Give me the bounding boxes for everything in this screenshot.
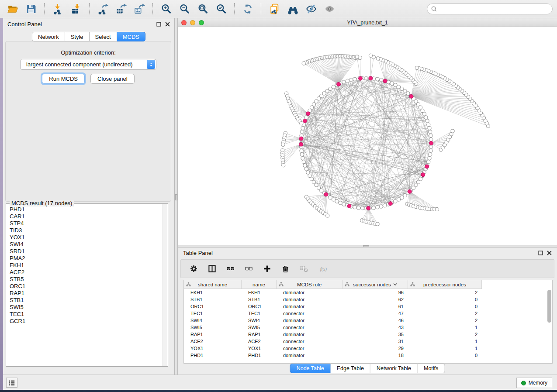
table-cell[interactable]: ORC1	[184, 303, 242, 310]
mcds-result-item[interactable]: STB5	[10, 276, 163, 283]
search-input[interactable]	[439, 6, 549, 12]
zoom-fit-icon[interactable]	[194, 2, 211, 16]
table-cell[interactable]: FKH1	[242, 289, 277, 296]
table-row[interactable]: RAP1RAP1dominator352	[184, 331, 552, 338]
mcds-result-item[interactable]: PHD1	[10, 206, 163, 213]
export-table-icon[interactable]	[113, 2, 129, 16]
tab-edge-table[interactable]: Edge Table	[331, 364, 370, 373]
table-cell[interactable]: 0	[408, 296, 482, 303]
tab-node-table[interactable]: Node Table	[290, 364, 331, 373]
search-network-icon[interactable]	[284, 2, 301, 16]
mcds-result-item[interactable]: ORC1	[10, 283, 163, 290]
table-row[interactable]: PHD1PHD1dominator180	[184, 352, 552, 359]
add-entry-icon[interactable]	[262, 264, 272, 274]
table-cell[interactable]: dominator	[277, 296, 343, 303]
mcds-result-item[interactable]: SWI5	[10, 304, 163, 311]
memory-button[interactable]: Memory	[516, 378, 552, 388]
mcds-result-item[interactable]: SWI4	[10, 241, 163, 248]
hide-graphics-details-icon[interactable]	[303, 2, 319, 16]
table-row[interactable]: ACE2ACE2connector311	[184, 338, 552, 345]
table-cell[interactable]: 0	[408, 352, 482, 359]
mcds-result-item[interactable]: CAR1	[10, 213, 163, 220]
tab-select[interactable]: Select	[90, 32, 117, 41]
save-session-icon[interactable]	[23, 2, 39, 16]
sort-chevron-icon[interactable]	[393, 283, 397, 286]
table-cell[interactable]: RAP1	[242, 331, 277, 338]
mcds-result-item[interactable]: SRD1	[10, 248, 163, 255]
table-cell[interactable]: FKH1	[184, 289, 242, 296]
table-row[interactable]: ORC1ORC1dominator610	[184, 303, 552, 310]
zoom-in-icon[interactable]	[158, 2, 174, 16]
mcds-result-item[interactable]: STP4	[10, 220, 163, 227]
mcds-result-item[interactable]: ACE2	[10, 269, 163, 276]
column-header-shared-name[interactable]: shared name	[184, 280, 242, 289]
mcds-result-item[interactable]: PMA2	[10, 255, 163, 262]
table-cell[interactable]: 61	[343, 303, 408, 310]
table-cell[interactable]: SWI4	[184, 317, 242, 324]
import-network-icon[interactable]	[49, 2, 66, 16]
open-file-icon[interactable]	[4, 2, 21, 16]
table-cell[interactable]: 47	[343, 310, 408, 317]
optimization-criterion-select[interactable]: largest connected component (undirected)	[20, 59, 156, 70]
table-cell[interactable]: PHD1	[242, 352, 277, 359]
tab-network[interactable]: Network	[32, 32, 65, 41]
vertical-splitter[interactable]	[175, 18, 178, 375]
close-panel-icon[interactable]	[165, 22, 170, 27]
mcds-result-item[interactable]: TEC1	[10, 311, 163, 318]
table-cell[interactable]: 31	[343, 338, 408, 345]
network-canvas[interactable]	[178, 27, 557, 245]
table-row[interactable]: TEC1TEC1connector472	[184, 310, 552, 317]
table-cell[interactable]: 2	[408, 317, 482, 324]
table-cell[interactable]: TEC1	[184, 310, 242, 317]
table-cell[interactable]: 1	[408, 338, 482, 345]
table-cell[interactable]: SWI4	[242, 317, 277, 324]
table-row[interactable]: STB1STB1dominator620	[184, 296, 552, 303]
mcds-result-list[interactable]: PHD1CAR1STP4TID3YOX1SWI4SRD1PMA2FKH1ACE2…	[7, 204, 163, 366]
table-cell[interactable]: connector	[277, 345, 343, 352]
table-cell[interactable]: YOX1	[242, 345, 277, 352]
task-history-button[interactable]	[6, 378, 17, 388]
deselect-all-icon[interactable]	[244, 264, 253, 274]
zoom-selected-icon[interactable]	[213, 2, 229, 16]
mcds-result-item[interactable]: STB1	[10, 297, 163, 304]
table-row[interactable]: FKH1FKH1dominator962	[184, 289, 552, 296]
run-mcds-button[interactable]: Run MCDS	[42, 74, 85, 84]
table-cell[interactable]: connector	[277, 338, 343, 345]
column-header-predecessor-nodes[interactable]: predecessor nodes	[408, 280, 482, 289]
table-cell[interactable]: ACE2	[184, 338, 242, 345]
table-cell[interactable]: SWI5	[184, 324, 242, 331]
table-cell[interactable]: dominator	[277, 317, 343, 324]
export-network-icon[interactable]	[94, 2, 111, 16]
table-cell[interactable]: SWI5	[242, 324, 277, 331]
tab-mcds[interactable]: MCDS	[117, 32, 145, 41]
network-graph[interactable]	[178, 27, 557, 245]
network-search-box[interactable]	[427, 3, 553, 14]
table-cell[interactable]: 29	[343, 345, 408, 352]
table-cell[interactable]: 96	[343, 289, 408, 296]
close-panel-button[interactable]: Close panel	[90, 74, 135, 84]
float-table-panel-icon[interactable]	[538, 251, 543, 255]
duplicate-network-icon[interactable]	[266, 2, 283, 16]
table-cell[interactable]: dominator	[277, 303, 343, 310]
table-cell[interactable]: 35	[343, 331, 408, 338]
table-cell[interactable]: RAP1	[184, 331, 242, 338]
table-cell[interactable]: 1	[408, 324, 482, 331]
tab-network-table[interactable]: Network Table	[370, 364, 418, 373]
close-table-panel-icon[interactable]	[547, 251, 552, 255]
table-row[interactable]: YOX1YOX1connector291	[184, 345, 552, 352]
table-cell[interactable]: PHD1	[184, 352, 242, 359]
mcds-result-item[interactable]: YOX1	[10, 234, 163, 241]
tab-style[interactable]: Style	[65, 32, 90, 41]
table-cell[interactable]: 0	[408, 303, 482, 310]
table-cell[interactable]: 62	[343, 296, 408, 303]
table-cell[interactable]: dominator	[277, 331, 343, 338]
table-cell[interactable]: dominator	[277, 289, 343, 296]
mcds-result-item[interactable]: FKH1	[10, 262, 163, 269]
table-cell[interactable]: 2	[408, 310, 482, 317]
horizontal-splitter-handle[interactable]	[363, 245, 369, 247]
table-cell[interactable]: 2	[408, 289, 482, 296]
table-row[interactable]: SWI4SWI4dominator462	[184, 317, 552, 324]
vertical-splitter-handle[interactable]	[175, 194, 177, 200]
table-cell[interactable]: TEC1	[242, 310, 277, 317]
tab-motifs[interactable]: Motifs	[418, 364, 445, 373]
